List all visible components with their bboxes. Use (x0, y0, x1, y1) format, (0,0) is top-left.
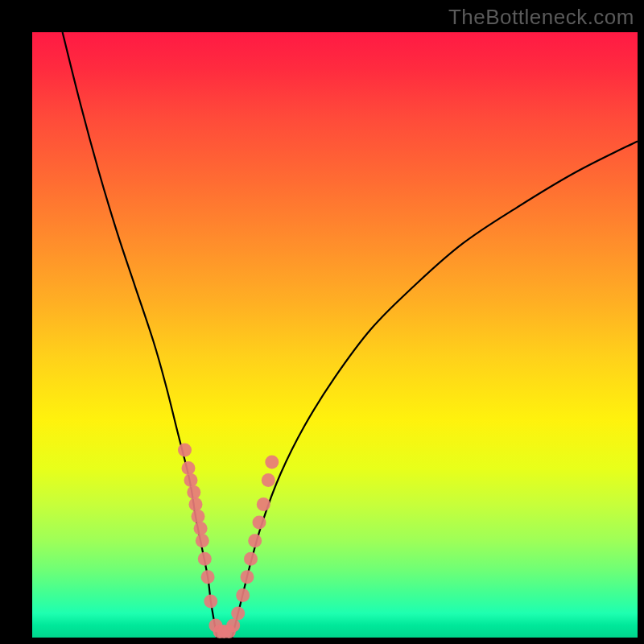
scatter-dot (194, 522, 208, 535)
scatter-dot (198, 552, 212, 566)
curve-right-branch (232, 141, 638, 638)
scatter-dot (187, 485, 200, 499)
scatter-dot (178, 443, 192, 456)
scatter-dot (241, 570, 254, 584)
scatter-dot (196, 534, 209, 547)
scatter-dot (244, 552, 258, 566)
scatter-dots (178, 443, 279, 638)
curve-left-branch (63, 32, 217, 638)
scatter-dot (248, 534, 262, 547)
scatter-dot (182, 461, 196, 475)
scatter-dot (201, 570, 215, 584)
scatter-dot (257, 497, 270, 511)
scatter-dot (236, 588, 250, 602)
scatter-dot (192, 510, 205, 523)
watermark-text: TheBottleneck.com (448, 5, 634, 30)
scatter-dot (231, 606, 245, 620)
scatter-dot (226, 619, 240, 633)
scatter-dot (204, 594, 217, 608)
chart-frame: TheBottleneck.com (0, 0, 644, 644)
scatter-dot (262, 473, 275, 487)
scatter-dot (253, 516, 266, 530)
scatter-dot (189, 497, 203, 511)
scatter-dot (265, 455, 279, 469)
plot-area (32, 32, 638, 638)
curve-layer (32, 32, 638, 638)
scatter-dot (184, 473, 198, 487)
